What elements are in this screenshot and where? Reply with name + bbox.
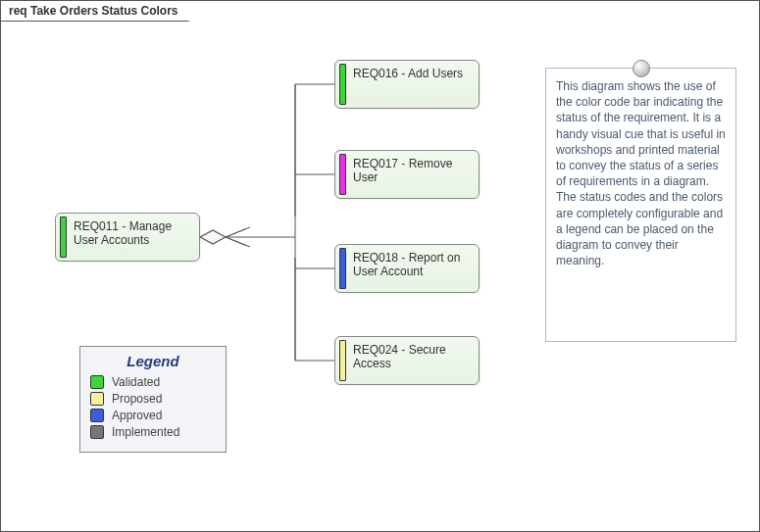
legend-swatch-proposed-icon bbox=[90, 392, 104, 406]
req-child-2[interactable]: REQ018 - Report on User Account bbox=[334, 244, 480, 293]
legend-item-approved: Approved bbox=[90, 409, 216, 422]
frame-title-tab: req Take Orders Status Colors bbox=[1, 1, 203, 22]
status-bar-icon bbox=[339, 154, 346, 195]
legend-title: Legend bbox=[90, 353, 216, 369]
legend-swatch-implemented-icon bbox=[90, 425, 104, 439]
req-child-3[interactable]: REQ024 - Secure Access bbox=[334, 336, 480, 385]
pin-icon bbox=[633, 60, 650, 77]
frame-title-text: req Take Orders Status Colors bbox=[9, 4, 178, 18]
req-label: REQ018 - Report on User Account bbox=[353, 251, 471, 278]
svg-rect-8 bbox=[246, 217, 305, 258]
legend-panel: Legend Validated Proposed Approved Imple… bbox=[79, 346, 227, 453]
legend-item-proposed: Proposed bbox=[90, 392, 216, 406]
status-bar-icon bbox=[339, 248, 346, 289]
status-bar-icon bbox=[339, 64, 346, 105]
legend-label: Approved bbox=[112, 409, 162, 422]
note-text: This diagram shows the use of the color … bbox=[556, 79, 726, 267]
req-parent[interactable]: REQ011 - Manage User Accounts bbox=[55, 213, 200, 262]
legend-swatch-validated-icon bbox=[90, 375, 104, 389]
legend-label: Implemented bbox=[112, 425, 179, 439]
req-label: REQ017 - Remove User bbox=[353, 157, 471, 184]
req-label: REQ011 - Manage User Accounts bbox=[74, 219, 191, 247]
aggregation-diamond-icon bbox=[200, 230, 226, 244]
status-bar-icon bbox=[60, 217, 67, 258]
legend-item-validated: Validated bbox=[90, 375, 216, 389]
legend-item-implemented: Implemented bbox=[90, 425, 216, 439]
svg-line-0 bbox=[226, 237, 254, 249]
svg-line-11 bbox=[226, 237, 250, 247]
note-panel: This diagram shows the use of the color … bbox=[545, 68, 736, 342]
req-label: REQ024 - Secure Access bbox=[353, 343, 471, 370]
legend-label: Validated bbox=[112, 375, 160, 389]
svg-line-1 bbox=[226, 225, 254, 237]
legend-swatch-approved-icon bbox=[90, 409, 104, 422]
legend-label: Proposed bbox=[112, 392, 162, 406]
diagram-frame: req Take Orders Status Colors REQ011 - M… bbox=[0, 0, 760, 532]
req-child-1[interactable]: REQ017 - Remove User bbox=[334, 150, 480, 199]
status-bar-icon bbox=[339, 340, 346, 381]
req-child-0[interactable]: REQ016 - Add Users bbox=[334, 60, 480, 109]
req-label: REQ016 - Add Users bbox=[353, 67, 463, 80]
svg-line-10 bbox=[226, 227, 250, 237]
